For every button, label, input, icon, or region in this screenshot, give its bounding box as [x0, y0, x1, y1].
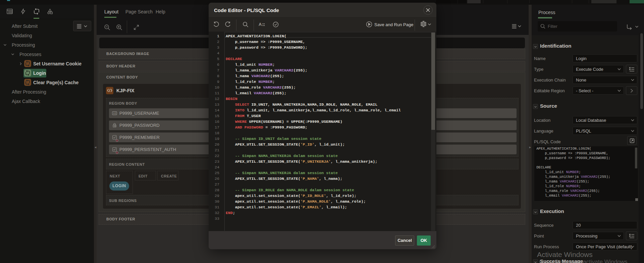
- svg-text:A: A: [259, 22, 262, 27]
